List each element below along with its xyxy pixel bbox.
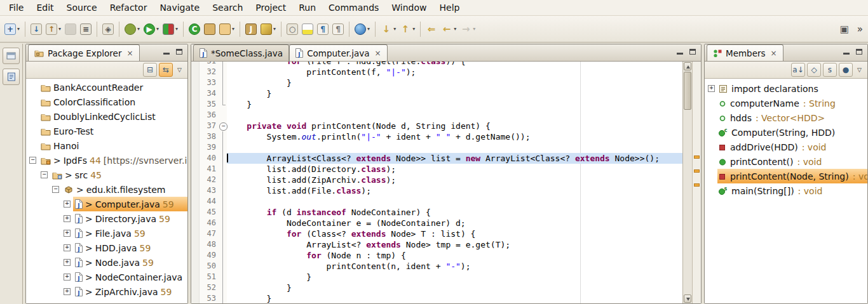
code-line-48[interactable]: 48 ArrayList<? extends Node> tmp = e.get… [191, 239, 682, 250]
code-line-47[interactable]: 47 for (Class<? extends Node> T : list) … [191, 228, 682, 239]
menu-file[interactable]: File [3, 1, 30, 14]
menu-commands[interactable]: Commands [322, 1, 385, 14]
code-line-51[interactable]: 51 } [191, 272, 682, 282]
dropdown-arrow-icon[interactable]: ▾ [473, 26, 475, 32]
member-hdds[interactable]: hdds: Vector<HDD> [705, 110, 867, 125]
marker-bar[interactable] [191, 62, 200, 67]
dropdown-arrow-icon[interactable]: ▾ [454, 26, 456, 32]
show-whitespace-button[interactable]: ¶ [315, 20, 330, 39]
fold-collapse-icon[interactable] [219, 121, 227, 131]
minimize-icon[interactable] [843, 49, 850, 55]
tree-item-bankaccountreader[interactable]: BankAccountReader [26, 80, 187, 95]
expander-plus-icon[interactable]: + [64, 259, 71, 266]
expander-minus-icon[interactable]: − [29, 157, 36, 164]
marker-bar[interactable] [191, 250, 200, 261]
code-line-44[interactable]: 44 [191, 196, 682, 207]
editor-tab-computer-java[interactable]: JComputer.java× [289, 44, 388, 61]
member-import-declarations[interactable]: +import declarations [705, 81, 867, 96]
dropdown-arrow-icon[interactable]: ▾ [156, 26, 159, 32]
new-java-project-button[interactable]: ▾ [217, 20, 236, 39]
marker-bar[interactable] [191, 239, 200, 250]
code-line-33[interactable]: 33 } [191, 77, 682, 88]
build-all-button[interactable]: ◈ [100, 20, 116, 39]
search-button[interactable]: ▾ [259, 20, 278, 39]
svn-commit-button[interactable]: ↑▾ [44, 20, 63, 39]
prev-annotation-button[interactable]: ↑▾ [398, 20, 417, 39]
minimize-icon[interactable] [163, 49, 170, 55]
back-button[interactable]: ←▾ [439, 20, 458, 39]
code-line-45[interactable]: 45 if (d instanceof NodeContainer) { [191, 207, 682, 218]
hide-fields-button[interactable]: ◇ [807, 63, 821, 77]
code-line-38[interactable]: 38 System.out.println("|-" + ident + " "… [191, 131, 682, 142]
menu-refactor[interactable]: Refactor [104, 1, 154, 14]
mark-occurrences-button[interactable] [300, 20, 315, 39]
print-button[interactable]: ≡ [78, 20, 93, 39]
minimize-icon[interactable] [677, 49, 683, 55]
members-tab[interactable]: Members × [707, 44, 783, 61]
dropdown-arrow-icon[interactable]: ▾ [393, 26, 396, 32]
expander-plus-icon[interactable]: + [64, 244, 71, 251]
scrollbar-thumb[interactable] [684, 72, 691, 110]
close-icon[interactable]: × [771, 49, 777, 58]
marker-bar[interactable] [191, 282, 200, 293]
tree-item-computer-java[interactable]: +J>Computer.java59 [26, 197, 187, 211]
editor-presentation-button[interactable]: ▣ [837, 20, 852, 39]
debug-button[interactable]: ▾ [123, 20, 142, 39]
menu-navigate[interactable]: Navigate [153, 1, 206, 14]
view-menu-button[interactable]: ▽ [855, 63, 864, 77]
menu-window[interactable]: Window [385, 1, 433, 14]
marker-bar[interactable] [191, 99, 200, 110]
marker-bar[interactable] [191, 153, 200, 164]
restore-minimized-view-1-button[interactable] [3, 48, 20, 64]
marker-bar[interactable] [191, 77, 200, 88]
hide-static-button[interactable]: s [823, 63, 837, 77]
tree-item-doublylinkedcycliclist[interactable]: DoublyLinkedCyclicList [26, 109, 187, 124]
menu-run[interactable]: Run [292, 1, 322, 14]
code-line-52[interactable]: 52 } [191, 282, 682, 293]
editor-scrollbar[interactable] [682, 62, 692, 303]
code-line-39[interactable]: 39 [191, 142, 682, 153]
restore-minimized-view-2-button[interactable] [3, 69, 20, 85]
expander-minus-icon[interactable]: − [41, 171, 48, 178]
toolbar-overflow-chevron[interactable]: » [857, 23, 863, 35]
scrollbar-down-icon[interactable] [684, 294, 691, 303]
code-line-40[interactable]: 40 ArrayList<Class<? extends Node>> list… [191, 153, 682, 164]
coverage-button[interactable]: ▾ [161, 20, 180, 39]
maximize-icon[interactable] [689, 49, 696, 55]
expander-plus-icon[interactable]: + [64, 215, 71, 222]
marker-bar[interactable] [191, 272, 200, 282]
code-line-34[interactable]: 34 } [191, 88, 682, 99]
member-printcontent-node-string[interactable]: printContent(Node, String): void [705, 169, 867, 183]
close-icon[interactable]: × [126, 49, 133, 58]
dropdown-arrow-icon[interactable]: ▾ [175, 26, 178, 32]
collapse-all-button[interactable]: ⊟ [143, 63, 157, 77]
close-icon[interactable]: × [375, 49, 381, 58]
marker-bar[interactable] [191, 218, 200, 228]
expander-plus-icon[interactable]: + [64, 288, 71, 295]
code-area[interactable]: 31 for (File f : hdd.get(File.class)) {3… [191, 62, 682, 303]
expander-minus-icon[interactable]: − [52, 186, 59, 193]
member-computername[interactable]: computerName: String [705, 96, 867, 110]
expander-plus-icon[interactable]: + [64, 201, 71, 208]
tree-item-hdd-java[interactable]: +J>HDD.java59 [26, 241, 187, 255]
marker-bar[interactable] [191, 185, 200, 196]
marker-bar[interactable] [191, 121, 200, 131]
tree-item-hanoi[interactable]: Hanoi [26, 138, 187, 153]
tree-item-euro-test[interactable]: Euro-Test [26, 124, 187, 138]
code-line-42[interactable]: 42 list.add(ZipArchiv.class); [191, 175, 682, 185]
hide-non-public-button[interactable]: ● [839, 63, 853, 77]
package-explorer-tab[interactable]: Package Explorer × [28, 44, 140, 61]
marker-bar[interactable] [191, 88, 200, 99]
new-wizard-button[interactable]: +▾ [3, 20, 22, 39]
tree-item-edu-kit-filesystem[interactable]: −>edu.kit.filesystem [26, 182, 187, 197]
member-main-string[interactable]: smain(String[]): void [705, 183, 867, 198]
new-java-package-button[interactable] [202, 20, 217, 39]
code-line-50[interactable]: 50 printContent(n, ident + "-"); [191, 261, 682, 272]
expander-plus-icon[interactable]: + [64, 274, 71, 281]
link-with-editor-button[interactable]: ⇆ [159, 63, 173, 77]
marker-bar[interactable] [191, 164, 200, 175]
marker-bar[interactable] [191, 207, 200, 218]
marker-bar[interactable] [191, 131, 200, 142]
tree-item-directory-java[interactable]: +J>Directory.java59 [26, 211, 187, 226]
code-line-36[interactable]: 36 [191, 110, 682, 121]
